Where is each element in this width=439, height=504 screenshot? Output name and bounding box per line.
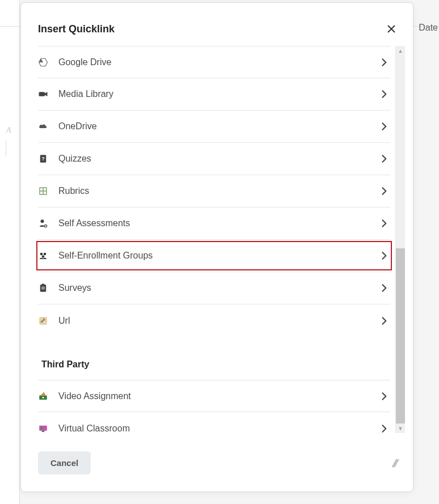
list-item-label: Quizzes <box>58 154 378 164</box>
section-header-third-party: Third Party <box>38 337 390 380</box>
list-item-media-library[interactable]: Media Library <box>38 78 390 111</box>
chevron-right-icon <box>378 88 390 100</box>
modal-footer: Cancel /// <box>21 438 413 492</box>
url-icon <box>38 316 58 326</box>
list-item-self-assessments[interactable]: Self Assessments <box>38 207 390 240</box>
google-drive-icon <box>38 57 58 67</box>
video-assignment-icon <box>38 391 58 401</box>
svg-point-6 <box>41 219 44 223</box>
chevron-right-icon <box>378 185 390 197</box>
text-style-icon: A <box>6 126 11 135</box>
chevron-right-icon <box>378 282 390 294</box>
media-library-icon <box>38 89 58 99</box>
close-icon <box>387 24 396 33</box>
chevron-right-icon <box>378 56 390 69</box>
background-left-panel: A <box>0 0 20 504</box>
resize-handle-icon[interactable]: /// <box>392 456 396 471</box>
self-assessments-icon <box>38 218 58 228</box>
list-item-google-drive[interactable]: Google Drive <box>38 46 390 78</box>
list-item-label: Video Assignment <box>58 391 378 401</box>
list-item-url[interactable]: Url <box>38 304 390 337</box>
scroll-track[interactable] <box>396 56 405 423</box>
svg-point-8 <box>45 226 47 227</box>
scroll-down-arrow[interactable]: ▼ <box>396 423 405 433</box>
onedrive-icon <box>38 121 58 132</box>
rubrics-icon <box>38 186 58 196</box>
list-item-self-enrollment-groups[interactable]: Self-Enrollment Groups <box>38 240 390 272</box>
chevron-right-icon <box>378 217 390 230</box>
list-item-label: Url <box>58 316 378 326</box>
svg-point-20 <box>43 396 44 398</box>
svg-rect-12 <box>40 285 47 292</box>
chevron-right-icon <box>378 422 390 435</box>
chevron-right-icon <box>378 153 390 165</box>
cancel-button[interactable]: Cancel <box>38 451 91 475</box>
background-date-label: Date <box>419 23 438 33</box>
svg-rect-23 <box>41 427 43 430</box>
list-item-onedrive[interactable]: OneDrive <box>38 111 390 143</box>
scrollbar[interactable]: ▲ ▼ <box>395 46 405 433</box>
list-item-label: Media Library <box>58 89 378 99</box>
list-item-label: Self-Enrollment Groups <box>58 251 378 261</box>
close-button[interactable] <box>385 22 398 36</box>
svg-rect-22 <box>42 430 45 431</box>
scroll-up-arrow[interactable]: ▲ <box>396 46 405 56</box>
chevron-right-icon <box>378 315 390 327</box>
list-item-label: Self Assessments <box>58 218 378 228</box>
quizzes-icon: ? <box>38 154 58 164</box>
list-item-surveys[interactable]: Surveys <box>38 272 390 304</box>
list-item-rubrics[interactable]: Rubrics <box>38 175 390 207</box>
svg-point-11 <box>42 255 45 258</box>
chevron-right-icon <box>378 249 390 262</box>
list-item-virtual-classroom[interactable]: Virtual Classroom <box>38 412 390 444</box>
list-item-label: Virtual Classroom <box>58 423 378 434</box>
virtual-classroom-icon <box>38 423 58 434</box>
chevron-right-icon <box>378 390 390 403</box>
divider <box>6 141 6 156</box>
self-enrollment-groups-icon <box>38 251 58 261</box>
svg-rect-21 <box>39 425 47 430</box>
surveys-icon <box>38 283 58 293</box>
modal-header: Insert Quicklink <box>21 3 413 46</box>
svg-text:?: ? <box>41 156 45 162</box>
chevron-right-icon <box>378 120 390 133</box>
svg-rect-13 <box>42 284 45 286</box>
list-item-label: Surveys <box>58 283 378 293</box>
list-item-label: Rubrics <box>58 186 378 196</box>
svg-point-10 <box>44 253 47 256</box>
modal-scroll-area: Google Drive Media Library <box>21 46 413 438</box>
list-item-quizzes[interactable]: ? Quizzes <box>38 143 390 175</box>
scroll-thumb[interactable] <box>396 248 405 423</box>
modal-title: Insert Quicklink <box>38 23 115 35</box>
list-item-label: OneDrive <box>58 121 378 132</box>
quicklink-list: Google Drive Media Library <box>38 46 390 438</box>
insert-quicklink-modal: Insert Quicklink Google Drive M <box>20 2 413 492</box>
list-item-video-assignment[interactable]: Video Assignment <box>38 380 390 412</box>
svg-point-9 <box>40 253 43 256</box>
svg-rect-0 <box>39 92 45 96</box>
list-item-label: Google Drive <box>58 57 378 67</box>
